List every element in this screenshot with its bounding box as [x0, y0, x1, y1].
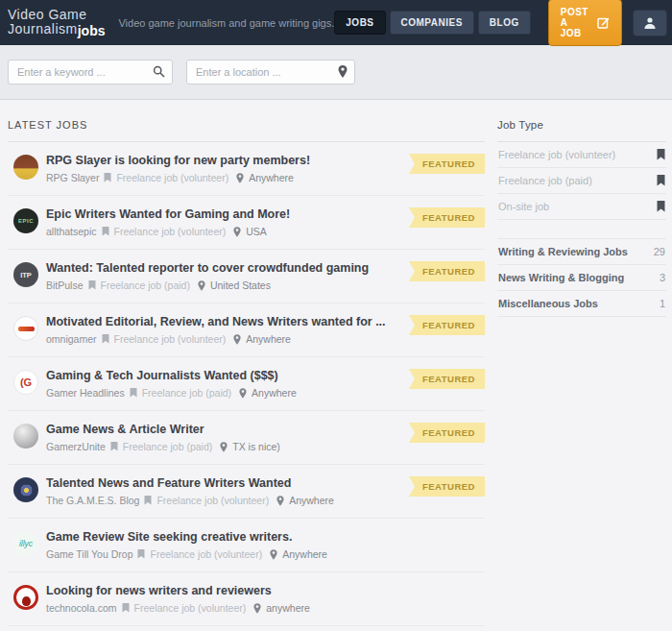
job-location: United States — [210, 279, 271, 291]
site-logo[interactable]: Video Game Journalismjobs — [8, 8, 105, 37]
category-count: 3 — [660, 272, 665, 283]
job-type: Freelance job (volunteer) — [150, 548, 262, 560]
featured-badge: FEATURED — [409, 315, 485, 335]
job-location: anywhere — [266, 602, 310, 614]
job-type: Freelance job (volunteer) — [156, 495, 269, 506]
job-list-item[interactable]: illycGame Review Site seeking creative w… — [8, 519, 485, 572]
filter-label: Freelance job (paid) — [498, 175, 592, 186]
top-header: Video Game Journalismjobs Video game jou… — [0, 0, 672, 45]
company-avatar: EPIC — [13, 208, 38, 233]
keyword-input[interactable] — [8, 60, 173, 85]
site-tagline: Video game journalism and game writing g… — [118, 17, 334, 29]
map-pin-icon — [253, 603, 261, 614]
job-company: GamerzUnite — [46, 441, 106, 452]
logo-line1: Video Game — [8, 8, 105, 22]
category-count: 1 — [660, 298, 665, 309]
location-field-wrap — [186, 60, 355, 85]
job-company: The G.A.M.E.S. Blog — [46, 495, 139, 506]
filter-onsite-job[interactable]: On-site job — [497, 194, 666, 220]
job-type: Freelance job (paid) — [101, 279, 190, 291]
bookmark-icon — [102, 227, 109, 236]
search-icon[interactable] — [153, 65, 165, 78]
nav-companies-tab[interactable]: COMPANIES — [390, 11, 474, 35]
bookmark-icon — [137, 549, 145, 559]
bookmark-icon — [130, 388, 137, 398]
company-avatar — [13, 155, 38, 180]
avatar-text: EPIC — [18, 218, 34, 224]
job-location: Anywhere — [289, 495, 334, 506]
nav-jobs-tab[interactable]: JOBS — [334, 11, 385, 35]
map-pin-icon — [236, 173, 244, 183]
job-type: Freelance job (paid) — [123, 441, 212, 452]
category-news-blogging[interactable]: News Writing & Blogging 3 — [497, 265, 666, 291]
logo-jobs-suffix: jobs — [78, 23, 106, 38]
company-avatar — [13, 585, 38, 610]
post-a-job-button[interactable]: POST A JOB — [548, 0, 622, 46]
filter-label: Freelance job (volunteer) — [498, 149, 615, 160]
job-company: RPG Slayer — [46, 172, 99, 183]
keyword-field-wrap — [8, 60, 173, 85]
job-list-item[interactable]: Game News & Article WriterGamerzUniteFre… — [8, 411, 485, 465]
job-company: technocola.com — [46, 602, 117, 614]
filter-freelance-volunteer[interactable]: Freelance job (volunteer) — [497, 142, 666, 168]
category-miscellaneous[interactable]: Miscellaneous Jobs 1 — [497, 291, 666, 317]
bookmark-icon — [104, 173, 111, 182]
company-avatar — [13, 316, 38, 341]
job-company: BitPulse — [46, 279, 84, 291]
featured-badge: FEATURED — [409, 261, 485, 281]
filter-freelance-paid[interactable]: Freelance job (paid) — [497, 168, 666, 194]
featured-badge: FEATURED — [409, 154, 485, 174]
location-input[interactable] — [186, 60, 355, 85]
avatar-graphic — [20, 484, 33, 497]
job-location: USA — [246, 226, 267, 237]
job-type: Freelance job (volunteer) — [114, 226, 227, 237]
job-list-item[interactable]: Talented News and Feature Writers Wanted… — [8, 465, 485, 519]
job-list-item[interactable]: ITPWanted: Talented reporter to cover cr… — [8, 250, 485, 303]
job-type: Freelance job (volunteer) — [116, 172, 228, 183]
map-pin-icon — [270, 549, 277, 560]
job-title[interactable]: Looking for news writers and reviewers — [46, 584, 485, 597]
bookmark-icon — [102, 334, 109, 344]
filter-label: On-site job — [498, 201, 549, 212]
bookmark-icon — [110, 442, 118, 451]
job-list-item[interactable]: Motivated Editorial, Review, and News Wr… — [8, 303, 485, 357]
company-avatar: ITP — [13, 262, 38, 287]
avatar-text: (G — [20, 376, 32, 388]
company-avatar — [13, 477, 38, 502]
bookmark-icon — [657, 149, 665, 160]
user-account-button[interactable] — [633, 10, 667, 36]
category-label: Miscellaneous Jobs — [498, 298, 598, 309]
company-avatar: illyc — [13, 531, 38, 556]
map-pin-icon — [233, 227, 241, 237]
job-list-item[interactable]: EPICEpic Writers Wanted for Gaming and M… — [8, 196, 485, 250]
job-location: TX is nice) — [232, 441, 280, 452]
post-a-job-label: POST A JOB — [561, 7, 588, 38]
map-pin-icon — [233, 334, 241, 345]
job-company: omnigamer — [46, 333, 97, 345]
job-list-item[interactable]: (GGaming & Tech Journalists Wanted ($$$)… — [8, 357, 485, 411]
category-writing-reviewing[interactable]: Writing & Reviewing Jobs 29 — [497, 239, 666, 265]
job-company: Game Till You Drop — [46, 548, 132, 560]
job-type: Freelance job (volunteer) — [134, 602, 247, 614]
job-type: Freelance job (paid) — [142, 387, 231, 399]
bookmark-icon — [144, 496, 152, 505]
job-title[interactable]: Game Review Site seeking creative writer… — [46, 530, 485, 544]
latest-jobs-heading: LATEST JOBS — [8, 119, 485, 142]
category-list: Writing & Reviewing Jobs 29 News Writing… — [497, 238, 666, 317]
category-count: 29 — [654, 246, 665, 257]
map-pin-icon — [338, 65, 348, 78]
job-type: Freelance job (volunteer) — [114, 333, 227, 345]
user-icon — [643, 16, 657, 30]
job-list-item[interactable]: Looking for news writers and reviewerste… — [8, 572, 485, 626]
job-company: Gamer Headlines — [46, 387, 125, 399]
map-pin-icon — [198, 280, 205, 291]
avatar-graphic — [22, 596, 31, 606]
job-list-item[interactable]: RPG Slayer is looking for new party memb… — [8, 142, 485, 196]
job-list: RPG Slayer is looking for new party memb… — [8, 142, 485, 626]
job-type-heading: Job Type — [497, 119, 666, 142]
sidebar: Job Type Freelance job (volunteer) Freel… — [497, 119, 666, 317]
nav-blog-tab[interactable]: BLOG — [478, 11, 531, 35]
company-avatar — [13, 424, 38, 449]
featured-badge: FEATURED — [409, 369, 485, 389]
edit-icon — [597, 16, 610, 29]
